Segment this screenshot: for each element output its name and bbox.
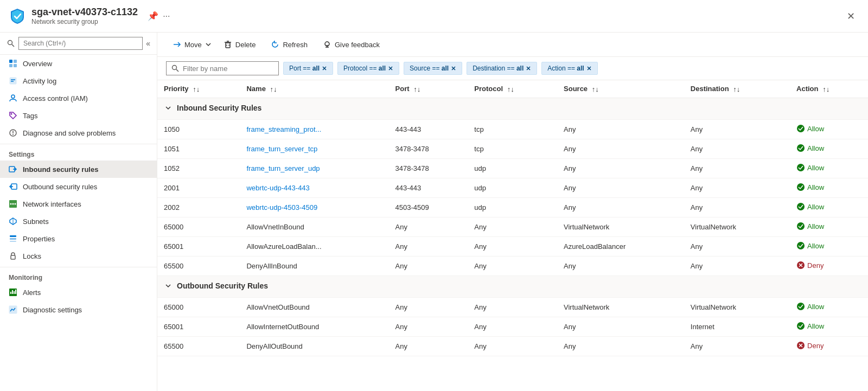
destination-header[interactable]: Destination ↑↓ [684,80,790,98]
sidebar-item-overview[interactable]: Overview [0,55,157,72]
resource-name: sga-vnet-v40373-c1132 [31,7,138,18]
action-filter-label: Action == all [547,65,584,72]
table-row: 65001 AllowInternetOutBound Any Any Any … [157,317,868,337]
source-cell: Any [557,337,684,356]
protocol-cell: udp [468,159,557,178]
source-cell: Any [557,257,684,276]
sidebar: « Overview Activity log [0,33,157,391]
source-filter-chip[interactable]: Source == all [404,62,462,75]
sidebar-item-network-interfaces[interactable]: Network interfaces [0,195,157,213]
refresh-button[interactable]: Refresh [264,37,314,52]
action-cell: Allow [790,120,868,139]
sidebar-item-locks[interactable]: Locks [0,247,157,265]
move-button[interactable]: Move [166,37,215,52]
outbound-section-label: Outbound Security Rules [157,276,868,298]
priority-cell: 65001 [157,317,240,337]
action-allow-badge: Allow [796,124,824,133]
svg-point-20 [12,203,14,205]
move-dropdown-icon [205,41,212,48]
sidebar-item-label: Network interfaces [23,200,81,208]
svg-rect-5 [14,64,17,67]
destination-cell: Any [684,337,790,356]
priority-header[interactable]: Priority ↑↓ [157,80,240,98]
rule-name-link[interactable]: webrtc-udp-443-443 [246,184,309,192]
table-row: 65500 DenyAllOutBound Any Any Any Any De… [157,337,868,356]
destination-filter-label: Destination == all [473,65,524,72]
sidebar-item-diagnostic-settings[interactable]: Diagnostic settings [0,301,157,318]
priority-cell: 65500 [157,337,240,356]
port-cell: Any [389,237,468,257]
rule-name-link[interactable]: frame_streaming_prot... [246,125,321,133]
name-filter-input[interactable] [183,65,274,73]
deny-icon [796,341,805,350]
deny-icon [796,261,805,270]
table-row: 65000 AllowVnetInBound Any Any VirtualNe… [157,217,868,237]
outbound-toggle-icon[interactable] [164,281,173,290]
svg-point-9 [11,95,15,98]
source-filter-label: Source == all [410,65,449,72]
source-filter-remove[interactable] [451,66,456,71]
port-header[interactable]: Port ↑↓ [389,80,468,98]
alerts-icon [9,288,17,297]
protocol-filter-label: Protocol == all [343,65,386,72]
port-cell: Any [389,317,468,337]
collapse-sidebar-button[interactable]: « [146,39,150,48]
name-header[interactable]: Name ↑↓ [240,80,388,98]
rules-table: Priority ↑↓ Name ↑↓ Port ↑↓ Protocol ↑↓ … [157,80,868,356]
feedback-button[interactable]: Give feedback [316,37,386,52]
sidebar-item-outbound-rules[interactable]: Outbound security rules [0,178,157,195]
sidebar-item-diagnose[interactable]: Diagnose and solve problems [0,124,157,142]
priority-cell: 65000 [157,217,240,237]
more-options-icon[interactable]: ··· [163,11,170,21]
sidebar-item-subnets[interactable]: Subnets [0,213,157,230]
protocol-header[interactable]: Protocol ↑↓ [468,80,557,98]
protocol-cell: tcp [468,120,557,139]
source-header[interactable]: Source ↑↓ [557,80,684,98]
action-cell: Allow [790,178,868,198]
outbound-rules-icon [9,182,17,191]
action-cell: Allow [790,237,868,257]
sidebar-item-alerts[interactable]: Alerts [0,284,157,301]
sidebar-item-tags[interactable]: Tags [0,107,157,124]
pin-icon[interactable]: 📌 [148,11,158,21]
protocol-filter-chip[interactable]: Protocol == all [337,62,399,75]
source-cell: Any [557,139,684,159]
sidebar-item-properties[interactable]: Properties [0,230,157,247]
sidebar-item-activity-log[interactable]: Activity log [0,72,157,89]
search-input[interactable] [18,37,143,50]
inbound-section-header: Inbound Security Rules [157,98,868,120]
destination-filter-remove[interactable] [526,66,531,71]
table-row: 65001 AllowAzureLoadBalan... Any Any Azu… [157,237,868,257]
rule-name-link[interactable]: webrtc-udp-4503-4509 [246,203,317,211]
sidebar-item-access-control[interactable]: Access control (IAM) [0,89,157,107]
close-button[interactable]: ✕ [842,8,859,25]
svg-point-60 [797,222,805,230]
locks-icon [9,252,17,260]
action-filter-chip[interactable]: Action == all [541,62,597,75]
rule-name-link[interactable]: frame_turn_server_tcp [246,145,317,153]
allow-icon [796,163,805,172]
name-sort-icon: ↑↓ [270,85,277,93]
port-cell: 443-443 [389,120,468,139]
protocol-cell: Any [468,257,557,276]
svg-point-66 [797,322,805,330]
rule-name-link[interactable]: frame_turn_server_udp [246,164,320,172]
destination-filter-chip[interactable]: Destination == all [467,62,537,75]
port-filter-remove[interactable] [322,66,327,71]
allow-icon [796,241,805,250]
name-cell: DenyAllInBound [240,257,388,276]
inbound-section-label: Inbound Security Rules [157,98,868,120]
delete-button[interactable]: Delete [217,37,263,52]
protocol-cell: Any [468,217,557,237]
port-filter-chip[interactable]: Port == all [283,62,333,75]
rule-name: AllowVnetOutBound [246,303,309,311]
priority-cell: 65000 [157,298,240,317]
inbound-toggle-icon[interactable] [164,104,173,112]
sidebar-item-inbound-rules[interactable]: Inbound security rules [0,161,157,178]
protocol-filter-remove[interactable] [388,66,393,71]
action-filter-remove[interactable] [586,66,592,71]
action-cell: Allow [790,217,868,237]
action-header[interactable]: Action ↑↓ [790,80,868,98]
allow-icon [796,322,805,330]
svg-rect-35 [226,43,230,48]
